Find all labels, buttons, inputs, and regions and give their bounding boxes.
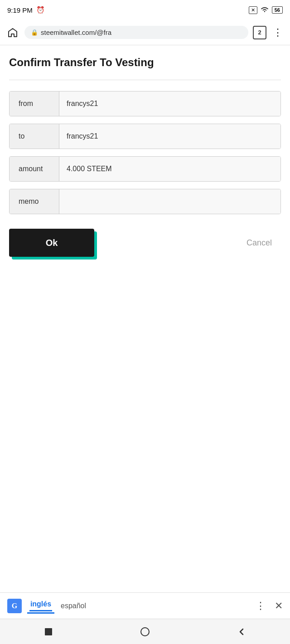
google-translate-icon: G [7, 599, 22, 613]
home-button[interactable] [5, 25, 20, 40]
tab-count[interactable]: 2 [253, 26, 266, 39]
lang-espanol-button[interactable]: español [60, 600, 87, 612]
amount-value: 4.000 STEEM [59, 157, 280, 181]
button-row: Ok Cancel [9, 229, 281, 257]
from-value: francys21 [59, 91, 280, 116]
alarm-icon: ⏰ [36, 6, 45, 14]
home-nav-button[interactable] [136, 623, 154, 641]
memo-value [59, 189, 280, 214]
lang-ingles-button[interactable]: inglés [29, 598, 52, 611]
time-display: 9:19 PM [7, 6, 33, 14]
svg-point-0 [264, 11, 265, 12]
address-bar[interactable]: 🔒 steemitwallet.com/@fra [24, 26, 248, 39]
status-right: ✕ 56 [249, 6, 283, 14]
svg-rect-1 [45, 628, 52, 635]
wifi-icon [260, 6, 269, 14]
amount-row: amount 4.000 STEEM [9, 156, 281, 182]
cancel-button[interactable]: Cancel [237, 234, 281, 252]
ok-btn-wrapper: Ok [9, 229, 94, 257]
status-left: 9:19 PM ⏰ [7, 6, 45, 14]
from-row: from francys21 [9, 91, 281, 116]
svg-point-2 [141, 628, 149, 636]
translation-bar: G inglés español ⋮ ✕ [0, 592, 290, 619]
ok-button[interactable]: Ok [9, 229, 94, 257]
stop-button[interactable] [39, 623, 58, 641]
x-icon: ✕ [249, 6, 257, 14]
memo-label: memo [10, 189, 59, 214]
browser-menu-button[interactable]: ⋮ [271, 25, 285, 40]
back-button[interactable] [232, 623, 251, 641]
translation-menu-button[interactable]: ⋮ [256, 600, 266, 612]
amount-label: amount [10, 157, 59, 181]
nav-bar [0, 619, 290, 644]
lang-underline [27, 612, 54, 614]
to-label: to [10, 124, 59, 149]
to-row: to francys21 [9, 124, 281, 149]
from-label: from [10, 91, 59, 116]
battery-icon: 56 [272, 6, 283, 14]
divider [9, 80, 281, 80]
url-text: steemitwallet.com/@fra [41, 29, 111, 36]
page-content: Confirm Transfer To Vesting from francys… [0, 45, 290, 592]
lock-icon: 🔒 [31, 29, 38, 36]
status-bar: 9:19 PM ⏰ ✕ 56 [0, 0, 290, 20]
to-value: francys21 [59, 124, 280, 149]
browser-bar: 🔒 steemitwallet.com/@fra 2 ⋮ [0, 20, 290, 45]
page-title: Confirm Transfer To Vesting [9, 56, 281, 69]
memo-row: memo [9, 189, 281, 214]
lang1-wrapper: inglés [27, 598, 54, 614]
translation-close-button[interactable]: ✕ [275, 600, 283, 612]
translation-section: G inglés español ⋮ ✕ [0, 592, 290, 644]
